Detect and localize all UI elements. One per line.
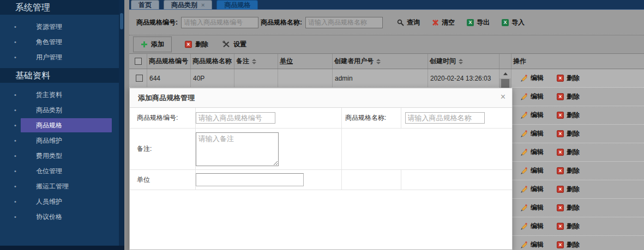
edit-button[interactable]: 编辑: [520, 185, 544, 194]
edit-button[interactable]: 编辑: [520, 148, 544, 157]
delete-button[interactable]: ×删除: [557, 185, 580, 194]
plus-icon: [141, 41, 148, 48]
sort-desc-icon: [459, 62, 463, 64]
sidebar-item-label: 人员维护: [21, 194, 112, 209]
search-toolbar: 商品规格编号: 商品规格名称: 查询 清空 X 导出 X 导入: [129, 10, 644, 35]
column-header-spec-name: 商品规格名称: [191, 54, 234, 69]
import-label: 导入: [511, 18, 525, 27]
dialog-spec-code-input[interactable]: [196, 112, 275, 124]
export-label: 导出: [477, 18, 490, 27]
edit-button[interactable]: 编辑: [520, 111, 544, 120]
table-row: 64440Padmin2020-02-24 13:26:03编辑×删除: [129, 69, 644, 88]
delete-label: 删除: [567, 185, 580, 194]
edit-button[interactable]: 编辑: [520, 166, 544, 175]
sidebar-item-agreement-price[interactable]: •协议价格: [0, 209, 119, 224]
delete-label: 删除: [567, 222, 580, 231]
column-header-label: 备注: [236, 57, 249, 66]
header-checkbox-cell: [129, 54, 147, 69]
edit-button[interactable]: 编辑: [520, 129, 544, 138]
edit-label: 编辑: [531, 92, 544, 101]
sidebar-scrollbar[interactable]: [119, 0, 124, 250]
select-all-checkbox[interactable]: [135, 58, 142, 65]
edit-button[interactable]: 编辑: [520, 92, 544, 101]
sidebar-item-goods-category[interactable]: •商品类别: [0, 102, 119, 118]
clear-label: 清空: [442, 18, 455, 27]
sidebar-section-items-system-mgmt: •资源管理•角色管理•用户管理: [0, 15, 119, 68]
dialog-close-icon[interactable]: ×: [501, 93, 505, 101]
delete-button[interactable]: ×删除: [557, 129, 580, 138]
delete-icon: ×: [557, 186, 564, 193]
sidebar-item-goods-maintain[interactable]: •商品维护: [0, 133, 119, 148]
edit-button[interactable]: 编辑: [520, 222, 544, 231]
column-header-label: 创建时间: [430, 57, 456, 66]
settings-button[interactable]: 设置: [222, 40, 246, 49]
export-button[interactable]: X 导出: [467, 18, 490, 27]
delete-button[interactable]: ×删除: [557, 203, 580, 212]
sidebar-item-porter-mgmt[interactable]: •搬运工管理: [0, 179, 119, 194]
table-toolbar: 添加 × 删除 设置: [129, 35, 644, 53]
row-checkbox-cell: [129, 69, 147, 87]
column-header-label: 操作: [513, 57, 526, 66]
sidebar-bottom-strip: [0, 246, 124, 250]
pencil-icon: [520, 204, 528, 212]
sidebar-section-title-basic-data: 基础资料: [0, 68, 119, 83]
sidebar-item-label: 协议价格: [21, 210, 112, 224]
query-button[interactable]: 查询: [397, 18, 420, 27]
spec-code-search-input[interactable]: [181, 17, 258, 28]
sidebar-item-role-mgmt[interactable]: •角色管理: [0, 34, 119, 50]
row-checkbox[interactable]: [136, 75, 143, 82]
tab-home[interactable]: 首页: [131, 0, 159, 9]
tab-goods-category[interactable]: 商品类别×: [164, 0, 212, 9]
dialog-header[interactable]: 添加商品规格管理 ×: [130, 88, 512, 108]
spec-name-search-input[interactable]: [305, 17, 383, 28]
sidebar-item-label: 资源管理: [21, 20, 112, 34]
sidebar-scrollbar-thumb[interactable]: [120, 13, 123, 29]
sidebar-item-resource-mgmt[interactable]: •资源管理: [0, 19, 119, 34]
delete-button[interactable]: ×删除: [557, 222, 580, 231]
delete-button[interactable]: × 删除: [185, 40, 208, 49]
sidebar-item-fee-type[interactable]: •费用类型: [0, 148, 119, 163]
import-button[interactable]: X 导入: [502, 18, 525, 27]
dialog-spec-code-label: 商品规格编号:: [137, 113, 178, 123]
sidebar-item-user-mgmt[interactable]: •用户管理: [0, 50, 119, 65]
sort-asc-icon: [459, 59, 463, 61]
sidebar-item-label: 商品类别: [21, 103, 112, 117]
dialog-unit-input[interactable]: [196, 173, 304, 186]
dialog-spec-name-input[interactable]: [405, 112, 485, 124]
sidebar-item-label: 搬运工管理: [21, 179, 112, 193]
delete-button[interactable]: ×删除: [557, 74, 580, 83]
delete-button[interactable]: ×删除: [557, 148, 580, 157]
edit-button[interactable]: 编辑: [520, 203, 544, 212]
column-header-label: 单位: [280, 57, 293, 66]
tab-goods-spec[interactable]: 商品规格: [216, 0, 258, 9]
delete-button[interactable]: ×删除: [557, 240, 580, 249]
tab-label: 商品规格: [224, 0, 250, 10]
sidebar-section-items-basic-data: •货主资料•商品类别•商品规格•商品维护•费用类型•仓位管理•搬运工管理•人员维…: [0, 83, 119, 228]
sidebar-item-personnel-maintain[interactable]: •人员维护: [0, 194, 119, 209]
sidebar-item-owner-data[interactable]: •货主资料: [0, 87, 119, 102]
row-actions: 编辑×删除: [511, 162, 644, 180]
column-header-label: 创建者用户号: [334, 57, 374, 66]
column-header-actions: 操作: [511, 54, 644, 69]
row-actions: 编辑×删除: [511, 236, 644, 250]
sidebar-item-goods-spec[interactable]: •商品规格: [0, 118, 119, 133]
query-label: 查询: [407, 18, 420, 27]
pencil-icon: [520, 75, 528, 82]
delete-button[interactable]: ×删除: [557, 111, 580, 120]
dialog-body: 商品规格编号: 商品规格名称: 备注: 单位: [130, 108, 512, 190]
dialog-note-textarea[interactable]: [196, 132, 279, 166]
sort-asc-icon: [376, 59, 381, 61]
add-button[interactable]: 添加: [133, 36, 172, 52]
delete-button[interactable]: ×删除: [557, 92, 580, 101]
edit-button[interactable]: 编辑: [520, 74, 544, 83]
tab-close-icon[interactable]: ×: [201, 0, 204, 10]
clear-button[interactable]: 清空: [432, 18, 455, 27]
cell-code: 644: [147, 69, 191, 87]
scroll-up-button[interactable]: [499, 69, 511, 78]
sidebar-item-label: 角色管理: [21, 35, 112, 49]
delete-label: 删除: [567, 74, 580, 83]
sidebar-item-bin-mgmt[interactable]: •仓位管理: [0, 163, 119, 179]
sort-desc-icon: [252, 62, 256, 64]
delete-button[interactable]: ×删除: [557, 166, 580, 175]
edit-button[interactable]: 编辑: [520, 240, 544, 249]
